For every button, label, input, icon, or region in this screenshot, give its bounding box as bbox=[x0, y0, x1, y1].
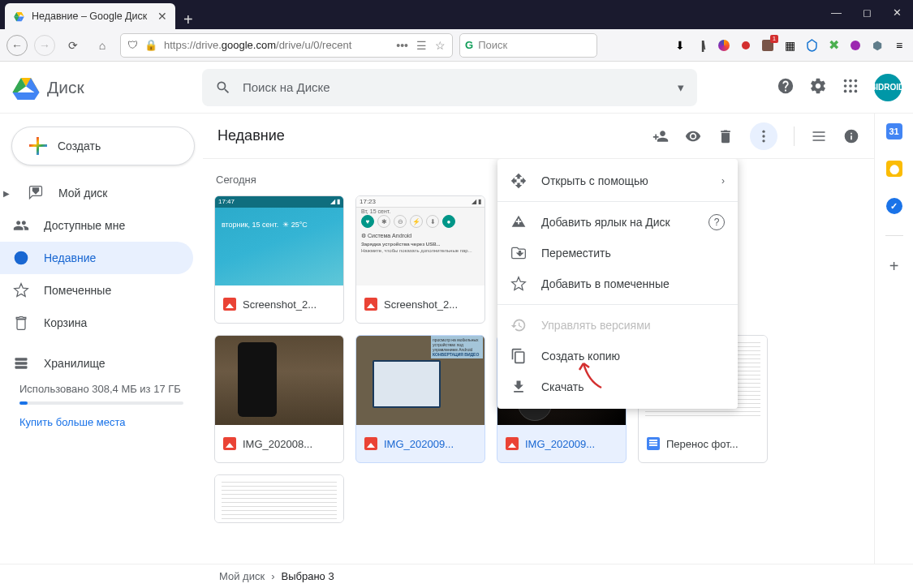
search-provider-icon: G bbox=[465, 39, 473, 51]
svg-point-23 bbox=[849, 89, 852, 92]
help-icon[interactable]: ? bbox=[708, 214, 725, 230]
drive-logo[interactable]: Диск bbox=[11, 73, 194, 102]
tasks-addon-icon[interactable]: ✓ bbox=[886, 198, 902, 214]
lock-icon: 🔒 bbox=[144, 39, 157, 51]
create-button[interactable]: Создать bbox=[11, 127, 195, 165]
tab-close-button[interactable]: ✕ bbox=[157, 10, 167, 23]
ext-icon-1[interactable] bbox=[717, 38, 731, 53]
drive-shortcut-icon bbox=[510, 214, 527, 230]
close-window-button[interactable]: ✕ bbox=[893, 6, 902, 19]
svg-point-20 bbox=[849, 84, 852, 88]
info-button[interactable] bbox=[843, 128, 859, 144]
ctx-add-shortcut[interactable]: Добавить ярлык на Диск ? bbox=[497, 207, 738, 238]
chevron-right-icon: › bbox=[271, 570, 274, 582]
share-button[interactable] bbox=[652, 128, 669, 144]
image-type-icon bbox=[223, 298, 236, 311]
file-name: IMG_202009... bbox=[525, 438, 618, 450]
svg-point-18 bbox=[855, 79, 858, 82]
drive-search[interactable]: Поиск на Диске ▾ bbox=[202, 69, 697, 106]
sidebar-item-shared[interactable]: Доступные мне bbox=[0, 209, 193, 242]
expand-icon[interactable]: ▶ bbox=[3, 189, 11, 198]
sidebar-item-storage[interactable]: Хранилище bbox=[0, 347, 193, 380]
library-icon[interactable]: ||\ bbox=[695, 38, 709, 53]
reload-button[interactable]: ⟳ bbox=[62, 34, 84, 57]
svg-point-21 bbox=[855, 84, 858, 88]
ext-icon-4[interactable]: ▦ bbox=[782, 38, 797, 53]
support-button[interactable] bbox=[777, 77, 795, 98]
forward-button[interactable]: → bbox=[34, 35, 55, 56]
context-menu: Открыть с помощью › Добавить ярлык на Ди… bbox=[497, 159, 738, 409]
window-controls: — ◻ ✕ bbox=[831, 6, 902, 19]
bookmark-icon[interactable]: ☆ bbox=[435, 39, 446, 52]
sidebar-item-starred[interactable]: Помеченные bbox=[0, 274, 193, 307]
breadcrumb-root[interactable]: Мой диск bbox=[219, 570, 265, 582]
buy-storage-link[interactable]: Купить больше места bbox=[19, 416, 125, 428]
ext-icon-8[interactable]: ⬢ bbox=[870, 38, 885, 53]
browser-tab[interactable]: Недавние – Google Диск ✕ bbox=[5, 3, 175, 29]
new-tab-button[interactable]: + bbox=[175, 11, 201, 29]
file-card[interactable]: 17:23◢ ▮ Вт, 15 сент. ♥✱⊖⚡⬇● ⚙ Система A… bbox=[355, 195, 485, 324]
add-addon-button[interactable]: + bbox=[889, 257, 899, 276]
avatar[interactable]: 4IDROID bbox=[874, 74, 902, 101]
main: Недавние Сегодня 17:47◢ ▮ вторник, 15 се… bbox=[203, 114, 874, 564]
ctx-download[interactable]: Скачать bbox=[497, 371, 738, 402]
file-card[interactable]: 17:47◢ ▮ вторник, 15 сент. ☀ 25°C Screen… bbox=[214, 195, 344, 324]
ctx-star[interactable]: Добавить в помеченные bbox=[497, 268, 738, 299]
sidebar-item-trash[interactable]: Корзина bbox=[0, 307, 193, 339]
svg-rect-26 bbox=[15, 362, 28, 364]
ctx-move[interactable]: Переместить bbox=[497, 238, 738, 268]
preview-button[interactable] bbox=[685, 128, 701, 144]
svg-rect-27 bbox=[15, 366, 28, 368]
settings-button[interactable] bbox=[809, 77, 827, 98]
search-options-icon[interactable]: ▾ bbox=[678, 80, 684, 95]
svg-point-29 bbox=[762, 135, 764, 137]
sidebar-item-recent[interactable]: Недавние bbox=[0, 242, 193, 274]
file-card[interactable]: просмотр на мобильных устройствах под уп… bbox=[355, 335, 485, 463]
drive-nav-icon bbox=[28, 185, 44, 201]
browser-menu-icon[interactable]: ≡ bbox=[892, 38, 907, 53]
list-view-button[interactable] bbox=[811, 128, 827, 144]
sidebar: Создать ▶ Мой диск Доступные мне Недавни… bbox=[0, 114, 203, 564]
browser-toolbar: ← → ⟳ ⌂ 🛡 🔒 https://drive.google.com/dri… bbox=[0, 29, 913, 62]
svg-point-30 bbox=[762, 139, 764, 142]
ext-icon-5[interactable] bbox=[804, 38, 819, 53]
ext-icon-6[interactable]: ✖ bbox=[826, 38, 841, 53]
shared-icon bbox=[13, 217, 29, 234]
sidebar-item-label: Недавние bbox=[44, 251, 96, 264]
home-button[interactable]: ⌂ bbox=[91, 34, 114, 57]
downloads-icon[interactable]: ⬇ bbox=[673, 38, 687, 53]
image-type-icon bbox=[506, 437, 519, 450]
file-name: IMG_202008... bbox=[243, 438, 335, 450]
ext-icon-2[interactable] bbox=[739, 38, 753, 53]
url-bar[interactable]: 🛡 🔒 https://drive.google.com/drive/u/0/r… bbox=[120, 33, 453, 58]
annotation-arrow bbox=[577, 358, 606, 389]
more-actions-button[interactable] bbox=[750, 122, 777, 150]
storage-bar bbox=[19, 401, 183, 405]
storage-info: Использовано 308,4 МБ из 17 ГБ Купить бо… bbox=[0, 380, 203, 431]
keep-addon-icon[interactable]: ⬤ bbox=[886, 161, 902, 177]
url-more-icon[interactable]: ••• bbox=[396, 39, 408, 52]
sidebar-item-my-drive[interactable]: ▶ Мой диск bbox=[0, 177, 193, 209]
svg-point-22 bbox=[844, 89, 847, 92]
ext-icon-7[interactable] bbox=[848, 38, 863, 53]
drive-search-placeholder: Поиск на Диске bbox=[243, 80, 330, 94]
reader-mode-icon[interactable]: ☰ bbox=[416, 39, 427, 52]
delete-button[interactable] bbox=[717, 128, 734, 144]
maximize-button[interactable]: ◻ bbox=[863, 6, 872, 19]
ctx-open-with[interactable]: Открыть с помощью › bbox=[497, 165, 738, 196]
storage-icon bbox=[13, 355, 29, 371]
ext-icon-3[interactable]: 1 bbox=[760, 38, 775, 53]
ctx-copy[interactable]: Создать копию bbox=[497, 341, 738, 371]
file-content: Сегодня 17:47◢ ▮ вторник, 15 сент. ☀ 25°… bbox=[203, 159, 874, 564]
back-button[interactable]: ← bbox=[6, 35, 28, 56]
minimize-button[interactable]: — bbox=[831, 6, 842, 19]
browser-search[interactable]: G Поиск bbox=[459, 33, 597, 58]
drive-logo-icon bbox=[11, 73, 41, 102]
file-card[interactable] bbox=[214, 474, 344, 523]
apps-button[interactable] bbox=[842, 77, 859, 98]
file-card[interactable]: IMG_202008... bbox=[214, 335, 344, 463]
recent-icon bbox=[13, 250, 29, 266]
shield-icon: 🛡 bbox=[127, 39, 138, 51]
file-thumbnail: просмотр на мобильных устройствах под уп… bbox=[356, 336, 484, 425]
calendar-addon-icon[interactable]: 31 bbox=[886, 123, 902, 139]
